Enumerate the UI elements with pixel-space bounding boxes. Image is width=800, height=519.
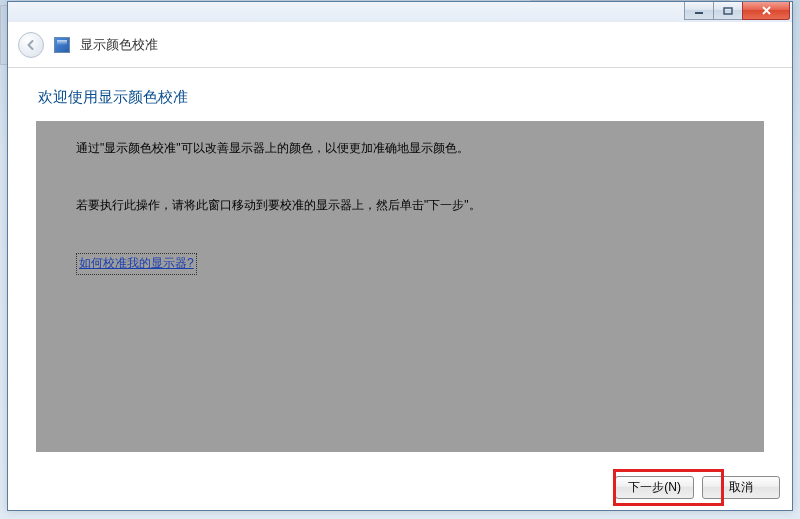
content-area: 欢迎使用显示颜色校准 通过"显示颜色校准"可以改善显示器上的颜色，以便更加准确地… (8, 68, 792, 464)
body-panel: 通过"显示颜色校准"可以改善显示器上的颜色，以便更加准确地显示颜色。 若要执行此… (36, 121, 764, 452)
minimize-button[interactable] (684, 2, 714, 20)
header-title: 显示颜色校准 (80, 36, 158, 54)
intro-text-2: 若要执行此操作，请将此窗口移动到要校准的显示器上，然后单击"下一步"。 (76, 196, 724, 215)
back-arrow-icon (24, 38, 38, 52)
next-button[interactable]: 下一步(N) (615, 476, 694, 499)
header-bar: 显示颜色校准 (8, 22, 792, 68)
help-link[interactable]: 如何校准我的显示器? (76, 253, 197, 274)
footer-bar: 下一步(N) 取消 (8, 464, 792, 510)
svg-rect-0 (695, 12, 703, 14)
titlebar (8, 2, 792, 22)
dialog-window: 显示颜色校准 欢迎使用显示颜色校准 通过"显示颜色校准"可以改善显示器上的颜色，… (7, 1, 793, 511)
maximize-button[interactable] (713, 2, 743, 20)
close-button[interactable] (742, 2, 790, 20)
window-controls (685, 2, 790, 22)
app-icon (54, 37, 70, 53)
intro-text-1: 通过"显示颜色校准"可以改善显示器上的颜色，以便更加准确地显示颜色。 (76, 139, 724, 158)
svg-rect-1 (724, 8, 732, 14)
back-button[interactable] (18, 32, 44, 58)
page-heading: 欢迎使用显示颜色校准 (38, 88, 764, 107)
cancel-button[interactable]: 取消 (702, 476, 780, 499)
